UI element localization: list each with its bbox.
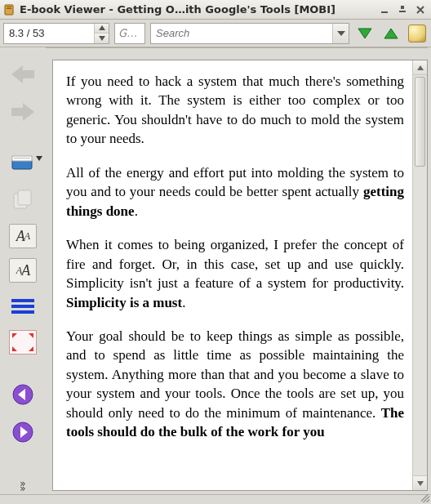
svg-marker-31 [417,481,424,486]
svg-rect-5 [399,11,406,12]
letter-a-large-icon: A [21,262,29,279]
scroll-icon [408,25,426,42]
svg-marker-16 [36,156,42,161]
font-size-decrease-button[interactable]: AA [9,258,37,283]
svg-rect-20 [11,305,34,308]
svg-marker-7 [99,36,105,41]
paragraph: Your goal should be to keep things as si… [66,327,404,462]
svg-rect-3 [381,11,388,13]
svg-rect-1 [7,7,11,7]
maximize-button[interactable] [395,2,410,17]
paragraph: If you need to hack a system that much t… [66,72,404,149]
svg-rect-4 [401,6,404,9]
previous-page-button[interactable] [7,381,39,408]
page-position-up[interactable] [95,24,109,33]
search-prev-button[interactable] [380,23,402,44]
svg-rect-15 [14,158,30,158]
svg-marker-30 [417,65,424,70]
page-position-spinbox[interactable] [3,23,109,44]
font-size-increase-button[interactable]: AA [9,224,37,248]
scroll-up-button[interactable] [413,60,427,75]
reference-mode-button[interactable] [407,23,428,44]
minimize-button[interactable] [377,2,392,17]
goto-placeholder: G… [118,27,137,39]
app-icon [3,3,16,16]
svg-rect-18 [18,190,31,205]
goto-box[interactable]: G… [114,23,145,44]
page-position-down[interactable] [95,33,109,43]
back-button[interactable] [7,60,39,88]
svg-marker-6 [99,25,105,30]
svg-marker-25 [29,346,33,351]
svg-marker-10 [384,29,398,38]
scroll-down-button[interactable] [413,475,427,490]
svg-marker-23 [29,333,33,338]
svg-rect-0 [5,5,13,15]
open-ebook-button[interactable] [7,149,39,176]
fullscreen-button[interactable] [9,330,37,355]
vertical-scrollbar[interactable] [412,60,427,490]
top-toolbar: G… [0,20,431,47]
svg-marker-11 [11,65,34,83]
content-area: If you need to hack a system that much t… [46,47,428,494]
scrollbar-thumb[interactable] [415,77,425,167]
letter-a-large-icon: A [16,228,24,245]
svg-marker-9 [358,29,371,38]
forward-button[interactable] [7,98,39,126]
svg-marker-24 [12,346,17,351]
left-sidebar: AA AA »» [0,47,46,494]
svg-marker-8 [337,31,345,36]
svg-marker-12 [11,103,34,121]
next-page-button[interactable] [7,418,39,446]
svg-rect-21 [11,310,34,314]
window-title: E-book Viewer - Getting O…ith Google's T… [20,3,374,16]
copy-button[interactable] [7,186,39,214]
window-titlebar: E-book Viewer - Getting O…ith Google's T… [0,0,431,20]
search-next-button[interactable] [354,23,375,44]
search-input[interactable] [151,27,332,39]
svg-rect-2 [7,8,11,9]
close-button[interactable] [413,2,428,17]
status-bar [0,494,431,504]
paragraph: All of the energy and effort put into mo… [66,163,404,221]
search-dropdown[interactable] [332,24,349,43]
search-box[interactable] [150,23,349,44]
svg-marker-22 [12,333,17,338]
expand-toolbar-button[interactable]: »» [20,481,25,491]
reader-pane: If you need to hack a system that much t… [52,60,428,491]
paragraph: When it comes to being organized, I pref… [66,235,404,312]
letter-a-small-icon: A [24,230,29,243]
page-position-input[interactable] [4,24,94,43]
toc-button[interactable] [7,292,39,320]
page-content: If you need to hack a system that much t… [53,60,412,490]
svg-rect-19 [11,299,34,302]
